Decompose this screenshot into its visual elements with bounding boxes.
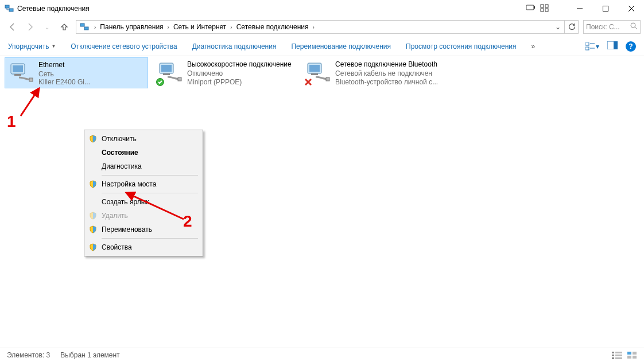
connection-line3: Miniport (PPPOE) (187, 77, 292, 86)
svg-rect-36 (633, 352, 637, 355)
svg-rect-1 (9, 9, 13, 11)
recent-dropdown[interactable]: ⌄ (41, 21, 53, 33)
connection-line3: Killer E2400 Gi... (38, 77, 90, 85)
svg-rect-18 (14, 74, 21, 76)
view-large-button[interactable] (627, 351, 637, 359)
titlebar: Сетевые подключения (0, 0, 644, 17)
view-details-button[interactable] (612, 351, 622, 359)
annotation-arrow-1 (16, 84, 45, 118)
svg-rect-23 (178, 77, 181, 81)
svg-rect-34 (615, 357, 622, 359)
breadcrumb-icon (80, 22, 89, 32)
breadcrumb-item-1[interactable]: Сеть и Интернет (172, 23, 227, 31)
breadcrumb-item-0[interactable]: Панель управления (99, 23, 164, 31)
svg-rect-33 (615, 355, 622, 356)
ctx-properties[interactable]: Свойства (86, 240, 201, 254)
svg-rect-31 (612, 357, 614, 359)
toolbar-disable[interactable]: Отключение сетевого устройства (71, 42, 177, 50)
svg-rect-10 (84, 27, 88, 30)
shield-icon (89, 212, 97, 220)
svg-rect-3 (534, 6, 535, 9)
ctx-shortcut[interactable]: Создать ярлык (86, 195, 201, 209)
shield-icon (89, 135, 97, 143)
svg-rect-19 (29, 78, 33, 81)
up-button[interactable] (59, 21, 70, 33)
shield-icon (89, 243, 97, 251)
breadcrumb-item-2[interactable]: Сетевые подключения (235, 23, 310, 31)
connection-name: Высокоскоростное подключение (187, 60, 292, 69)
svg-rect-12 (585, 42, 589, 45)
svg-point-11 (631, 23, 635, 28)
connection-name: Сетевое подключение Bluetooth (335, 60, 438, 69)
svg-rect-15 (614, 41, 618, 49)
back-button[interactable] (7, 21, 18, 33)
svg-rect-22 (163, 73, 170, 75)
refresh-button[interactable] (564, 21, 578, 33)
svg-rect-9 (80, 24, 84, 26)
shield-icon (89, 225, 97, 233)
ctx-separator (102, 238, 198, 239)
status-badge-error (304, 78, 312, 86)
ctx-disable[interactable]: Отключить (86, 132, 201, 146)
tray-icon-1 (526, 4, 536, 14)
toolbar: Упорядочить▼ Отключение сетевого устройс… (0, 37, 644, 56)
connection-line2: Сеть (38, 69, 90, 77)
connection-line2: Сетевой кабель не подключен (335, 69, 438, 77)
svg-rect-13 (585, 47, 589, 50)
toolbar-organize[interactable]: Упорядочить▼ (8, 42, 56, 50)
svg-rect-26 (309, 65, 320, 72)
view-mode-button[interactable]: ▾ (585, 42, 599, 50)
svg-rect-32 (615, 352, 622, 353)
ctx-status[interactable]: Состояние (86, 146, 201, 159)
ctx-separator (102, 193, 198, 193)
close-button[interactable] (618, 0, 644, 17)
status-selected: Выбран 1 элемент (60, 351, 119, 359)
forward-button[interactable] (24, 21, 36, 33)
app-icon (5, 4, 14, 13)
svg-rect-38 (633, 356, 637, 359)
preview-pane-button[interactable] (607, 41, 618, 51)
titlebar-tray (526, 4, 549, 14)
svg-rect-7 (545, 9, 548, 11)
search-input[interactable]: Поиск: С... (583, 20, 641, 34)
ctx-bridge[interactable]: Настройка моста (86, 177, 201, 191)
content-area: Ethernet Сеть Killer E2400 Gi... Высокос… (0, 56, 644, 342)
maximize-button[interactable] (592, 0, 618, 17)
breadcrumb-dropdown[interactable]: ⌄ (552, 23, 564, 31)
connection-icon (304, 60, 332, 87)
connection-icon (156, 60, 184, 87)
search-placeholder: Поиск: С... (586, 23, 630, 31)
svg-rect-21 (161, 65, 172, 72)
minimize-button[interactable] (567, 0, 592, 17)
svg-rect-6 (541, 9, 544, 11)
connection-item-bluetooth[interactable]: Сетевое подключение Bluetooth Сетевой ка… (302, 57, 445, 88)
connection-item-ethernet[interactable]: Ethernet Сеть Killer E2400 Gi... (5, 57, 148, 88)
ctx-rename[interactable]: Переименовать (86, 223, 201, 236)
navbar: ⌄ › Панель управления › Сеть и Интернет … (0, 17, 644, 37)
tray-icon-2 (540, 4, 549, 14)
svg-rect-35 (627, 352, 631, 355)
svg-rect-37 (627, 356, 631, 359)
svg-rect-2 (526, 5, 534, 10)
connection-item-broadband[interactable]: Высокоскоростное подключение Отключено M… (154, 57, 297, 88)
svg-rect-8 (603, 6, 608, 11)
connection-icon (7, 60, 35, 88)
ctx-delete: Удалить (86, 209, 201, 223)
svg-rect-17 (13, 65, 23, 72)
svg-rect-0 (5, 5, 9, 8)
svg-rect-28 (326, 77, 329, 81)
breadcrumb[interactable]: › Панель управления › Сеть и Интернет › … (76, 20, 579, 34)
toolbar-rename[interactable]: Переименование подключения (291, 42, 391, 50)
context-menu: Отключить Состояние Диагностика Настройк… (84, 130, 203, 256)
toolbar-status[interactable]: Просмотр состояния подключения (406, 42, 516, 50)
connection-name: Ethernet (38, 60, 90, 69)
status-badge-ok (156, 78, 164, 86)
svg-rect-27 (311, 73, 318, 75)
svg-rect-4 (541, 5, 544, 7)
toolbar-more[interactable]: » (532, 42, 536, 50)
toolbar-diagnose[interactable]: Диагностика подключения (192, 42, 277, 50)
svg-rect-5 (545, 5, 548, 7)
ctx-diagnose[interactable]: Диагностика (86, 159, 201, 173)
help-button[interactable]: ? (626, 41, 636, 52)
shield-icon (89, 180, 97, 188)
